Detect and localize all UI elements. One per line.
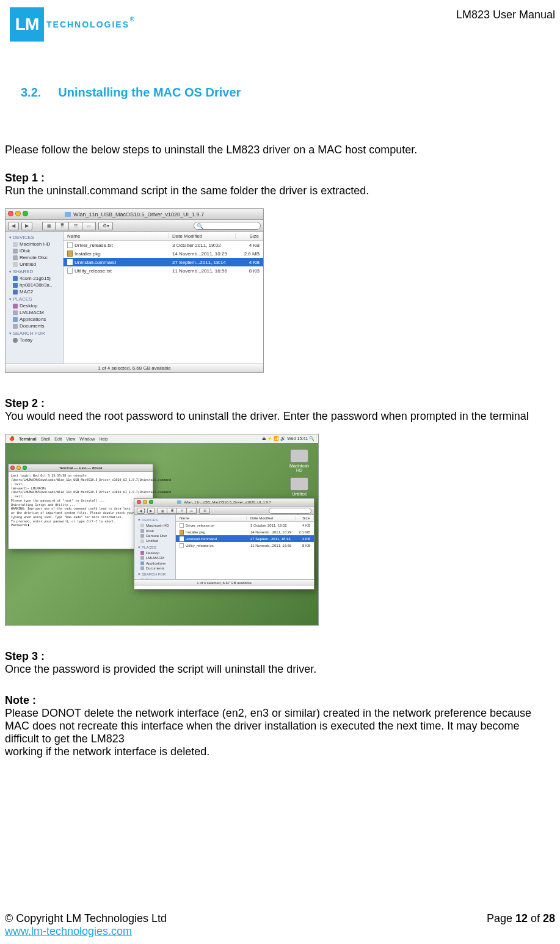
finder-status-bar: 1 of 4 selected, 6.68 GB available	[5, 364, 263, 372]
menu-item[interactable]: Help	[99, 437, 107, 441]
close-icon[interactable]	[137, 500, 141, 504]
icon-view-button[interactable]: ▦	[158, 508, 167, 514]
sidebar-item[interactable]: hp001438b3a..	[7, 282, 62, 288]
apple-icon[interactable]: 🍎	[9, 436, 15, 441]
disc-icon	[140, 534, 144, 538]
sidebar-item[interactable]: MAC2	[7, 288, 62, 295]
close-icon[interactable]	[8, 211, 13, 216]
forward-button[interactable]: ▶	[147, 508, 155, 514]
sidebar-item[interactable]: Untitled	[136, 538, 174, 543]
search-input[interactable]	[269, 508, 311, 514]
file-row-selected[interactable]: Uninstall.command 27 Septem...2011, 18:1…	[176, 535, 314, 542]
file-row-selected[interactable]: Uninstall.command 27 Septem...2011, 18:1…	[64, 258, 263, 266]
view-switcher: ▦ ≣ ☷ ▭	[158, 508, 197, 514]
zoom-icon[interactable]	[23, 211, 28, 216]
col-date[interactable]: Date Modified	[247, 516, 296, 520]
column-view-button[interactable]: ☷	[69, 222, 82, 230]
close-icon[interactable]	[10, 466, 15, 470]
minimize-icon[interactable]	[15, 211, 21, 216]
minimize-icon[interactable]	[143, 500, 147, 504]
forward-button[interactable]: ▶	[21, 222, 32, 230]
note-block: Note : Please DONOT delete the network i…	[5, 694, 555, 758]
finder-toolbar: ◀ ▶ ▦ ≣ ☷ ▭ ⚙	[134, 507, 314, 515]
computer-icon	[13, 290, 18, 295]
page-number: Page 12 of 28	[487, 912, 555, 925]
sidebar-item[interactable]: LMLMACM	[7, 309, 62, 316]
sidebar-item[interactable]: Desktop	[136, 551, 174, 555]
zoom-icon[interactable]	[23, 466, 27, 470]
sidebar-shared-header: Shared	[7, 268, 62, 275]
file-size: 8 KB	[236, 268, 263, 274]
sidebar-item[interactable]: Untitled	[7, 261, 62, 268]
menu-item[interactable]: Edit	[54, 437, 62, 441]
action-button[interactable]: ⚙▾	[98, 222, 113, 230]
file-icon	[180, 523, 184, 528]
back-button[interactable]: ◀	[137, 508, 145, 514]
coverflow-view-button[interactable]: ▭	[82, 222, 96, 230]
minimize-icon[interactable]	[16, 466, 21, 470]
sidebar-item[interactable]: Documents	[136, 566, 174, 571]
sidebar-item[interactable]: Desktop	[7, 302, 62, 309]
zoom-icon[interactable]	[149, 500, 153, 504]
sidebar-item[interactable]: Macintosh HD	[7, 241, 62, 247]
terminal-line: Please type the password of "root" to Un…	[11, 499, 150, 503]
list-view-button[interactable]: ≣	[56, 222, 69, 230]
file-row[interactable]: Driver_release.txt 3 October 2011, 19:02…	[176, 522, 314, 529]
desktop-hd-icon[interactable]: Macintosh HD	[289, 449, 310, 472]
icon-label: Untitled	[292, 492, 307, 496]
sidebar-label: Documents	[146, 566, 164, 571]
file-size: 2.6 MB	[296, 530, 314, 534]
action-button[interactable]: ⚙	[199, 508, 210, 514]
file-name: Utility_release.txt	[75, 268, 112, 274]
hd-icon	[140, 540, 144, 543]
footer-link[interactable]: www.lm-technologies.com	[5, 925, 132, 937]
sidebar-item[interactable]: LMLMACM	[136, 555, 174, 560]
file-row[interactable]: Driver_release.txt 3 October 2011, 19:02…	[64, 241, 263, 249]
col-name[interactable]: Name	[64, 233, 169, 239]
sidebar-item[interactable]: Applications	[136, 561, 174, 566]
col-size[interactable]: Size	[236, 233, 263, 239]
sidebar-item[interactable]: Macintosh HD	[136, 523, 174, 528]
back-button[interactable]: ◀	[8, 222, 19, 230]
menu-item[interactable]: Terminal	[19, 437, 37, 441]
file-row[interactable]: Utility_release.txt 11 Novemb...2011, 16…	[176, 542, 314, 549]
menu-item[interactable]: View	[66, 437, 75, 441]
terminal-output[interactable]: Last login: Wed Oct 3 15:33:38 on consol…	[9, 472, 153, 529]
file-name: Uninstall.command	[75, 260, 116, 265]
desktop-untitled-icon[interactable]: Untitled	[289, 477, 310, 496]
sidebar-item[interactable]: Today	[7, 337, 62, 343]
menu-item[interactable]: Window	[79, 437, 95, 441]
sidebar-item[interactable]: Today	[136, 577, 174, 579]
col-size[interactable]: Size	[296, 516, 314, 520]
sidebar-item[interactable]: iDisk	[7, 247, 62, 254]
docs-icon	[13, 324, 18, 329]
finder-toolbar: ◀ ▶ ▦ ≣ ☷ ▭ ⚙▾ 🔍	[5, 220, 263, 232]
icon-label: Macintosh HD	[289, 464, 309, 472]
sidebar-item[interactable]: Documents	[7, 323, 62, 329]
step-1-text: Run the uninstall.command script in the …	[5, 185, 555, 197]
col-date[interactable]: Date Modified	[169, 233, 236, 239]
logo: LM TECHNOLOGIES ®	[10, 7, 134, 42]
step-2-label: Step 2 :	[5, 397, 555, 410]
list-view-button[interactable]: ≣	[167, 508, 177, 514]
file-date: 27 Septem...2011, 18:14	[169, 260, 236, 265]
file-row[interactable]: Utility_release.txt 11 Novemb...2011, 16…	[64, 266, 263, 275]
terminal-line: typing when using sudo. Type "man sudo" …	[11, 515, 150, 519]
search-input[interactable]: 🔍	[194, 222, 261, 230]
file-size: 4 KB	[296, 524, 314, 527]
coverflow-view-button[interactable]: ▭	[187, 508, 197, 514]
sidebar-item[interactable]: iDisk	[136, 529, 174, 533]
file-icon	[67, 242, 73, 248]
file-date: 3 October 2011, 19:02	[169, 243, 236, 248]
sidebar-item[interactable]: 4com-21g615j	[7, 275, 62, 282]
col-name[interactable]: Name	[176, 516, 247, 520]
sidebar-item[interactable]: Applications	[7, 316, 62, 323]
icon-view-button[interactable]: ▦	[42, 222, 56, 230]
column-view-button[interactable]: ☷	[177, 508, 187, 514]
file-row[interactable]: Installer.pkg 14 Novemb...2011, 10:29 2.…	[64, 249, 263, 258]
file-row[interactable]: Installer.pkg 14 Novemb...2011, 10:29 2.…	[176, 529, 314, 535]
terminal-titlebar: Terminal — sudo — 80x24	[9, 464, 153, 472]
sidebar-item[interactable]: Remote Disc	[136, 533, 174, 538]
sidebar-item[interactable]: Remote Disc	[7, 254, 62, 261]
menu-item[interactable]: Shell	[41, 437, 51, 441]
